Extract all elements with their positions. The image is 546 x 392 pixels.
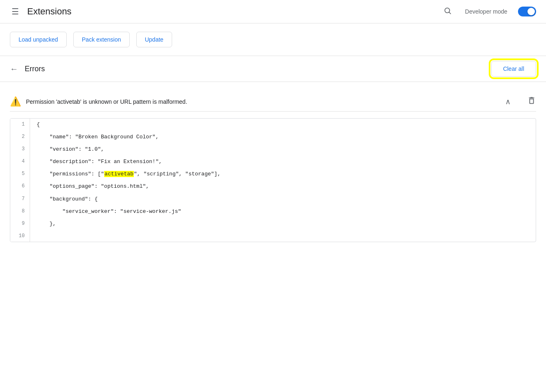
error-header: ⚠️ Permission 'activetab' is unknown or … [10,92,536,112]
code-line-7: 7 "background": { [10,193,536,205]
code-line-10: 10 [10,230,536,242]
errors-bar: ← Errors Clear all [0,56,546,82]
line-content: "version": "1.0", [30,143,111,156]
line-number: 3 [10,143,30,156]
code-line-4: 4 "description": "Fix an Extension!", [10,156,536,168]
code-line-3: 3 "version": "1.0", [10,143,536,156]
code-line-6: 6 "options_page": "options.html", [10,180,536,193]
line-content: "name": "Broken Background Color", [30,131,165,143]
line-number: 7 [10,193,30,205]
page-title: Extensions [27,6,437,17]
pack-extension-button[interactable]: Pack extension [73,32,130,47]
line-content: }, [30,218,63,230]
line-number: 4 [10,156,30,168]
back-button[interactable]: ← [10,64,18,74]
error-message: Permission 'activetab' is unknown or URL… [26,98,505,105]
line-number: 6 [10,180,30,193]
code-line-2: 2 "name": "Broken Background Color", [10,131,536,143]
toolbar: Load unpacked Pack extension Update [0,23,546,56]
developer-mode-label: Developer mode [465,8,507,15]
header: ☰ Extensions Developer mode [0,0,546,23]
line-number: 9 [10,218,30,230]
svg-point-0 [445,8,450,13]
warning-icon: ⚠️ [10,96,21,107]
line-number: 1 [10,119,30,131]
code-line-1: 1 { [10,119,536,131]
line-content [30,230,43,242]
svg-line-1 [449,12,451,14]
load-unpacked-button[interactable]: Load unpacked [10,32,67,47]
line-content: "background": { [30,193,104,205]
line-number: 8 [10,205,30,218]
line-number: 5 [10,168,30,180]
code-line-5: 5 "permissions": ["activetab", "scriptin… [10,168,536,180]
search-icon[interactable] [443,7,452,17]
line-number: 2 [10,131,30,143]
errors-title: Errors [25,65,491,73]
error-section: ⚠️ Permission 'activetab' is unknown or … [10,92,536,242]
code-line-9: 9 }, [10,218,536,230]
code-line-8: 8 "service_worker": "service-worker.js" [10,205,536,218]
delete-icon[interactable] [527,96,536,107]
line-content: "description": "Fix an Extension!", [30,156,168,168]
code-block: 1 { 2 "name": "Broken Background Color",… [10,118,536,242]
menu-icon[interactable]: ☰ [10,5,21,18]
line-content: "options_page": "options.html", [30,180,156,193]
highlight-activetab: activetab [104,171,134,177]
update-button[interactable]: Update [136,32,172,47]
line-content: "service_worker": "service-worker.js" [30,205,188,218]
collapse-icon[interactable]: ∧ [505,97,511,106]
developer-mode-toggle[interactable] [518,7,536,16]
line-content: { [30,119,47,131]
line-content: "permissions": ["activetab", "scripting"… [30,168,227,180]
toggle-thumb [527,8,535,15]
line-number: 10 [10,230,30,242]
clear-all-button[interactable]: Clear all [491,61,536,77]
